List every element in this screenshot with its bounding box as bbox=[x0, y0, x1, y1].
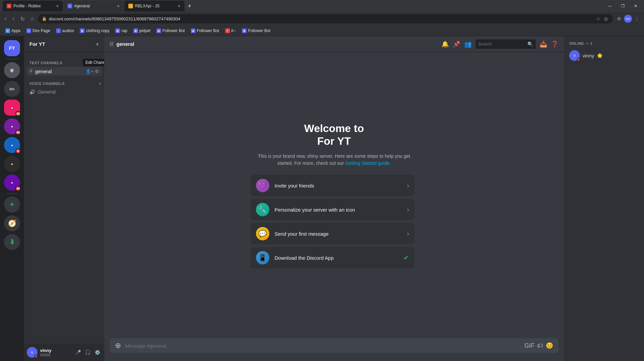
forward-button[interactable]: › bbox=[10, 14, 16, 23]
mute-button[interactable]: 🎤 bbox=[74, 348, 82, 356]
bookmark-followerbot2[interactable]: ◉ Follower Bot bbox=[188, 27, 222, 35]
voice-channel-general[interactable]: 🔊 General bbox=[27, 88, 102, 96]
add-server-button[interactable]: + bbox=[4, 197, 20, 213]
bookmark-star-icon[interactable]: ☆ bbox=[595, 15, 602, 22]
member-avatar-vinny: v bbox=[569, 50, 580, 61]
window-controls: — ❐ ✕ bbox=[604, 2, 641, 10]
edit-channel-icon[interactable]: ⚙ Edit Channel bbox=[95, 69, 99, 74]
header-actions: 🔔 📌 👥 🔍 📥 ❓ bbox=[441, 39, 558, 49]
deafen-button[interactable]: 🎧 bbox=[84, 348, 92, 356]
server-icon-dark[interactable]: ● bbox=[4, 156, 20, 172]
server-purple-initials: ● bbox=[11, 125, 13, 128]
home-button[interactable]: ⌂ bbox=[29, 14, 36, 23]
server-icon-violet[interactable]: ● 29 bbox=[4, 174, 20, 191]
user-settings-button[interactable]: ⚙️ bbox=[93, 348, 102, 356]
server-icon-fy[interactable]: FY bbox=[4, 40, 20, 56]
tab-close-rblxapi[interactable]: × bbox=[178, 3, 180, 9]
edit-channel-tooltip: Edit Channel bbox=[83, 59, 104, 66]
action-card-invite[interactable]: 💜 Invite your friends › bbox=[251, 175, 414, 196]
bookmark-apps[interactable]: ⊞ Apps bbox=[3, 27, 23, 35]
server-fy-initials: FY bbox=[9, 45, 15, 51]
action-card-message[interactable]: 💬 Send your first message › bbox=[251, 223, 414, 244]
channel-search-input[interactable] bbox=[478, 41, 525, 46]
bookmark-audios[interactable]: ♪ audios bbox=[53, 27, 77, 35]
tab-favicon-general: D bbox=[68, 4, 72, 8]
new-tab-button[interactable]: + bbox=[185, 1, 194, 11]
members-list-button[interactable]: 👥 bbox=[464, 40, 472, 48]
server-icon-bts[interactable]: bts bbox=[4, 81, 20, 97]
address-bar[interactable]: 🔒 discord.com/channels/80661349755060231… bbox=[38, 14, 613, 23]
channel-search-bar[interactable]: 🔍 bbox=[476, 39, 536, 49]
message-attach-button[interactable]: ⊕ bbox=[115, 341, 121, 350]
channel-general-name: general bbox=[35, 69, 83, 74]
pinned-messages-button[interactable]: 📌 bbox=[453, 40, 460, 48]
server-blue-initials: ● bbox=[11, 143, 13, 147]
bookmark-clothing[interactable]: ◉ clothing copy bbox=[77, 27, 112, 35]
tab-general[interactable]: D #general × bbox=[63, 1, 124, 11]
bookmark-followerbot1[interactable]: ◉ Follower Bot bbox=[154, 27, 187, 35]
browser-action-buttons: ⚙ vm ⋮ bbox=[615, 15, 641, 23]
invite-arrow-icon: › bbox=[407, 183, 409, 189]
channel-item-general[interactable]: # general 👤+ ⚙ Edit Channel bbox=[27, 67, 102, 76]
server-name: For YT bbox=[29, 41, 45, 47]
member-avatar-initials: v bbox=[573, 53, 575, 58]
server-icon-blue[interactable]: ● 6 bbox=[4, 137, 20, 153]
bookmark-devpage[interactable]: D Dev Page bbox=[24, 27, 53, 35]
message-label: Send your first message bbox=[275, 231, 402, 237]
voice-channel-general-name: General bbox=[38, 89, 99, 95]
online-members-category: ONLINE — 1 bbox=[566, 41, 641, 45]
server-violet-initials: ● bbox=[11, 181, 13, 185]
tab-title-roblox: Profile - Roblox bbox=[13, 4, 54, 8]
welcome-description: This is your brand new, shiny server. He… bbox=[251, 153, 418, 167]
tab-close-general[interactable]: × bbox=[117, 3, 120, 9]
bookmark-hash[interactable]: # #-- bbox=[223, 27, 239, 35]
gif-button[interactable]: GIF bbox=[524, 342, 534, 349]
voice-channels-category[interactable]: VOICE CHANNELS + bbox=[24, 76, 104, 88]
extensions-button[interactable]: ⚙ bbox=[615, 15, 623, 23]
more-options-button[interactable]: ⋮ bbox=[633, 15, 641, 23]
reload-button[interactable]: ↻ bbox=[18, 14, 27, 23]
personalize-label: Personalize your server with an icon bbox=[275, 207, 402, 213]
bookmark-rap-label: rap bbox=[121, 28, 127, 33]
channel-list: TEXT CHANNELS + # general 👤+ ⚙ Edit Chan… bbox=[24, 52, 104, 344]
download-apps-button[interactable]: ⬇ bbox=[4, 234, 20, 250]
discord-app: FY e bts ● 19 ● 44 ● 6 ● ● 29 + bbox=[0, 36, 644, 361]
browser-chrome: R Profile - Roblox × D #general × J RBLX… bbox=[0, 0, 644, 36]
inbox-button[interactable]: 📥 bbox=[540, 40, 547, 48]
voice-channels-label: VOICE CHANNELS bbox=[29, 82, 65, 86]
close-button[interactable]: ✕ bbox=[630, 2, 641, 10]
tab-close-roblox[interactable]: × bbox=[56, 3, 59, 9]
sticker-button[interactable]: 🏷 bbox=[537, 342, 543, 349]
action-card-personalize[interactable]: 🔧 Personalize your server with an icon › bbox=[251, 199, 414, 220]
bookmark-apps-icon: ⊞ bbox=[5, 28, 10, 33]
add-member-icon[interactable]: 👤+ bbox=[86, 69, 94, 74]
tab-rblxapi[interactable]: J RBLXApi - JS × bbox=[124, 1, 184, 11]
server-header[interactable]: For YT ∨ bbox=[24, 36, 104, 52]
bookmarks-bar: ⊞ Apps D Dev Page ♪ audios ◉ clothing co… bbox=[0, 25, 644, 36]
bookmark-followerbot3[interactable]: ◉ Follower Bot bbox=[239, 27, 273, 35]
notification-bell-button[interactable]: 🔔 bbox=[441, 40, 449, 48]
server-icon-purple[interactable]: ● 44 bbox=[4, 118, 20, 134]
maximize-button[interactable]: ❐ bbox=[617, 2, 629, 10]
member-item-vinny[interactable]: v vinny 🌟 bbox=[566, 48, 641, 63]
tab-title-rblxapi: RBLXApi - JS bbox=[135, 4, 176, 8]
help-button[interactable]: ❓ bbox=[551, 40, 558, 48]
server-icon-e[interactable]: e bbox=[4, 62, 20, 78]
getting-started-link[interactable]: Getting Started guide. bbox=[345, 160, 391, 166]
tab-roblox[interactable]: R Profile - Roblox × bbox=[3, 1, 63, 11]
tab-bar: R Profile - Roblox × D #general × J RBLX… bbox=[0, 0, 644, 12]
emoji-button[interactable]: 😊 bbox=[546, 342, 553, 349]
add-voice-channel-button[interactable]: + bbox=[99, 81, 102, 86]
explore-servers-button[interactable]: 🧭 bbox=[4, 215, 20, 231]
user-panel: v vinny #9305 🎤 🎧 ⚙️ bbox=[24, 344, 104, 361]
back-button[interactable]: ‹ bbox=[3, 14, 8, 23]
action-card-download[interactable]: 📱 Download the Discord App ✔ bbox=[251, 247, 414, 268]
server-icon-pink[interactable]: ● 19 bbox=[4, 100, 20, 116]
bookmark-petpet[interactable]: ◉ petpet bbox=[131, 27, 153, 35]
message-input[interactable] bbox=[125, 339, 520, 353]
profile-button[interactable]: vm bbox=[624, 15, 632, 23]
chrome-lens-icon[interactable]: ◎ bbox=[603, 15, 609, 22]
welcome-title-line2: For YT bbox=[317, 135, 351, 147]
bookmark-rap[interactable]: ◉ rap bbox=[113, 27, 130, 35]
minimize-button[interactable]: — bbox=[604, 2, 616, 10]
